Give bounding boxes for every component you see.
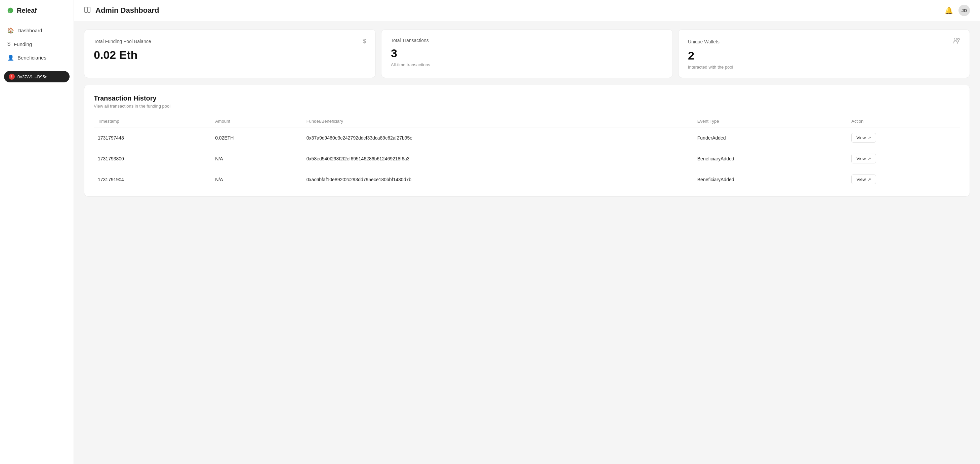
stat-card-total-transactions: Total Transactions 3 All-time transactio… <box>381 29 673 78</box>
home-icon: 🏠 <box>7 27 14 33</box>
cell-timestamp-0: 1731797448 <box>94 128 211 148</box>
wallet-alert-dot: ! <box>9 73 15 80</box>
notification-bell-icon[interactable]: 🔔 <box>945 6 953 14</box>
cell-event-type-1: BeneficiaryAdded <box>693 148 847 169</box>
dollar-icon: $ <box>7 41 10 47</box>
cell-address-1: 0x58ed540f298f2f2ef695146286b612469218f6… <box>302 148 693 169</box>
cell-event-type-2: BeneficiaryAdded <box>693 169 847 190</box>
wallet-address: 0x37A9····B95e <box>18 74 48 79</box>
main-content: Admin Dashboard 🔔 JD Total Funding Pool … <box>74 0 980 464</box>
stat-card-value-wallets: 2 <box>688 49 960 62</box>
sidebar: Releaf 🏠 Dashboard $ Funding 👤 Beneficia… <box>0 0 74 464</box>
sidebar-nav: 🏠 Dashboard $ Funding 👤 Beneficiaries <box>0 24 73 64</box>
cell-action-1: View ↗ <box>847 148 960 169</box>
svg-rect-0 <box>85 7 87 13</box>
cell-address-0: 0x37a9d9460e3c242792ddcf33dca89c62af27b9… <box>302 128 693 148</box>
logo-text: Releaf <box>17 7 37 14</box>
user-avatar[interactable]: JD <box>958 5 970 16</box>
tx-section-subtitle: View all transactions in the funding poo… <box>94 104 960 108</box>
cell-event-type-0: FunderAdded <box>693 128 847 148</box>
svg-rect-1 <box>88 7 90 13</box>
cell-amount-1: N/A <box>211 148 302 169</box>
stat-card-header-pool-balance: Total Funding Pool Balance $ <box>94 38 366 45</box>
cell-address-2: 0xac6bfaf10e89202c293dd795ece180bbf1430d… <box>302 169 693 190</box>
stat-card-value-transactions: 3 <box>391 47 663 59</box>
view-button-2[interactable]: View ↗ <box>851 174 876 184</box>
svg-point-3 <box>958 38 959 40</box>
transaction-table: Timestamp Amount Funder/Beneficiary Even… <box>94 115 960 190</box>
leaf-icon <box>7 7 14 14</box>
stat-card-pool-balance: Total Funding Pool Balance $ 0.02 Eth <box>84 29 376 78</box>
cell-timestamp-2: 1731791904 <box>94 169 211 190</box>
sidebar-item-beneficiaries[interactable]: 👤 Beneficiaries <box>3 51 70 64</box>
external-link-icon-1: ↗ <box>868 156 871 161</box>
transaction-history-section: Transaction History View all transaction… <box>84 85 970 197</box>
view-label-2: View <box>856 177 866 182</box>
topbar-right: 🔔 JD <box>945 5 970 16</box>
stat-card-sub-transactions: All-time transactions <box>391 62 663 67</box>
cell-amount-0: 0.02ETH <box>211 128 302 148</box>
view-label-1: View <box>856 156 866 161</box>
view-button-0[interactable]: View ↗ <box>851 133 876 143</box>
sidebar-item-label-beneficiaries: Beneficiaries <box>18 55 46 61</box>
topbar: Admin Dashboard 🔔 JD <box>74 0 980 21</box>
col-address: Funder/Beneficiary <box>302 115 693 128</box>
sidebar-logo: Releaf <box>0 7 73 24</box>
tx-section-title: Transaction History <box>94 94 960 102</box>
sidebar-toggle-button[interactable] <box>84 6 91 15</box>
stat-card-label-pool-balance: Total Funding Pool Balance <box>94 39 151 44</box>
dollar-stat-icon: $ <box>363 38 366 45</box>
stat-card-header-transactions: Total Transactions <box>391 38 663 43</box>
stat-card-sub-wallets: Interacted with the pool <box>688 65 960 70</box>
view-button-1[interactable]: View ↗ <box>851 154 876 163</box>
table-row: 1731797448 0.02ETH 0x37a9d9460e3c242792d… <box>94 128 960 148</box>
users-stat-icon <box>953 38 960 45</box>
cell-action-2: View ↗ <box>847 169 960 190</box>
sidebar-item-funding[interactable]: $ Funding <box>3 38 70 50</box>
table-row: 1731793800 N/A 0x58ed540f298f2f2ef695146… <box>94 148 960 169</box>
sidebar-item-label-dashboard: Dashboard <box>18 27 42 33</box>
topbar-left: Admin Dashboard <box>84 6 159 15</box>
sidebar-item-label-funding: Funding <box>14 41 32 47</box>
table-row: 1731791904 N/A 0xac6bfaf10e89202c293dd79… <box>94 169 960 190</box>
dashboard-content: Total Funding Pool Balance $ 0.02 Eth To… <box>74 21 980 205</box>
stat-card-unique-wallets: Unique Wallets 2 Interacted with the poo… <box>678 29 970 78</box>
col-timestamp: Timestamp <box>94 115 211 128</box>
wallet-badge[interactable]: ! 0x37A9····B95e <box>4 71 70 82</box>
stat-card-value-pool-balance: 0.02 Eth <box>94 49 366 61</box>
stats-row: Total Funding Pool Balance $ 0.02 Eth To… <box>84 29 970 78</box>
external-link-icon-0: ↗ <box>868 136 871 140</box>
stat-card-header-wallets: Unique Wallets <box>688 38 960 45</box>
cell-amount-2: N/A <box>211 169 302 190</box>
sidebar-item-dashboard[interactable]: 🏠 Dashboard <box>3 24 70 37</box>
user-icon: 👤 <box>7 54 14 61</box>
stat-card-label-wallets: Unique Wallets <box>688 39 719 45</box>
tx-table-body: 1731797448 0.02ETH 0x37a9d9460e3c242792d… <box>94 128 960 190</box>
svg-point-2 <box>954 38 957 41</box>
col-amount: Amount <box>211 115 302 128</box>
tx-table-header-row: Timestamp Amount Funder/Beneficiary Even… <box>94 115 960 128</box>
cell-timestamp-1: 1731793800 <box>94 148 211 169</box>
view-label-0: View <box>856 135 866 140</box>
col-event-type: Event Type <box>693 115 847 128</box>
stat-card-label-transactions: Total Transactions <box>391 38 429 43</box>
cell-action-0: View ↗ <box>847 128 960 148</box>
tx-table-head: Timestamp Amount Funder/Beneficiary Even… <box>94 115 960 128</box>
external-link-icon-2: ↗ <box>868 177 871 182</box>
col-action: Action <box>847 115 960 128</box>
page-title: Admin Dashboard <box>95 6 159 15</box>
